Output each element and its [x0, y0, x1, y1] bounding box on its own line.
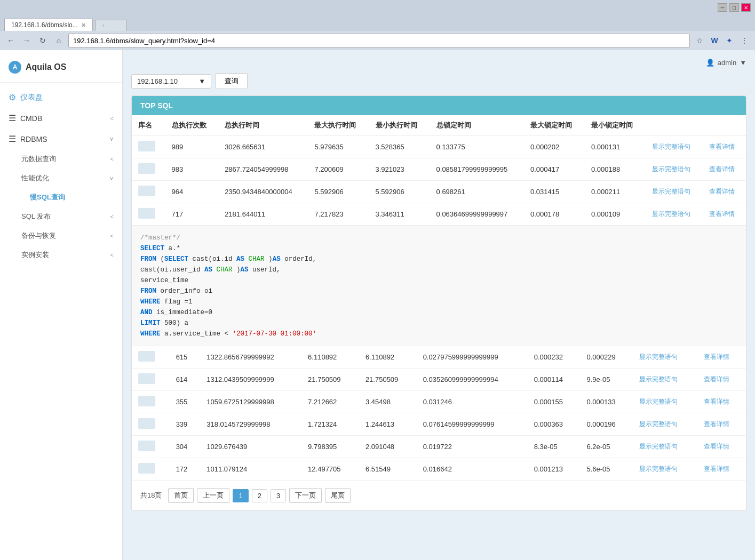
sidebar-item-meta-query[interactable]: 元数据查询 < [0, 149, 122, 169]
view-detail-btn[interactable]: 查看详情 [704, 353, 729, 361]
query-button[interactable]: 查询 [216, 73, 248, 89]
reload-btn[interactable]: ↻ [36, 34, 49, 47]
cell-lock-min: 0.000109 [585, 203, 646, 226]
view-detail-btn[interactable]: 查看详情 [709, 210, 735, 218]
table-row: 614 1312.0439509999999 21.750509 21.7505… [132, 369, 746, 391]
cell-show-full[interactable]: 显示完整语句 [646, 158, 703, 181]
cell-show-full[interactable]: 显示完整语句 [633, 458, 697, 481]
view-detail-btn[interactable]: 查看详情 [704, 375, 729, 383]
cell-max-time: 7.217823 [308, 203, 369, 226]
address-input[interactable] [68, 34, 690, 47]
show-full-btn[interactable]: 显示完整语句 [652, 188, 690, 195]
page-3-btn[interactable]: 3 [271, 489, 286, 502]
cell-show-full[interactable]: 显示完整语句 [633, 346, 697, 369]
cell-detail[interactable]: 查看详情 [697, 346, 746, 369]
cell-detail[interactable]: 查看详情 [697, 413, 746, 436]
cell-db [132, 413, 170, 436]
view-detail-btn[interactable]: 查看详情 [709, 143, 735, 150]
forward-btn[interactable]: → [20, 34, 33, 47]
first-page-btn[interactable]: 首页 [168, 488, 194, 503]
view-detail-btn[interactable]: 查看详情 [704, 443, 729, 450]
cell-show-full[interactable]: 显示完整语句 [633, 413, 697, 436]
table-row: 172 1011.079124 12.497705 6.51549 0.0166… [132, 458, 746, 481]
view-detail-btn[interactable]: 查看详情 [709, 165, 735, 173]
browser-tab[interactable]: 192.168.1.6/dbms/slo... ✕ [4, 19, 93, 31]
cell-detail[interactable]: 查看详情 [703, 181, 746, 203]
col-total-time: 总执行时间 [218, 115, 308, 136]
close-btn[interactable]: ✕ [741, 3, 751, 12]
db-badge [138, 463, 155, 474]
cell-lock-min: 0.000211 [585, 181, 646, 203]
sidebar-item-backup[interactable]: 备份与恢复 < [0, 226, 122, 245]
extension-icon-w[interactable]: W [708, 34, 721, 47]
browser-tab-2[interactable]: + [95, 20, 127, 31]
show-full-btn[interactable]: 显示完整语句 [639, 353, 678, 361]
cell-min-time: 6.51549 [359, 458, 417, 481]
translate-icon[interactable]: ✦ [723, 34, 736, 47]
cell-detail[interactable]: 查看详情 [697, 458, 746, 481]
back-btn[interactable]: ← [4, 34, 17, 47]
cell-show-full[interactable]: 显示完整语句 [633, 391, 697, 413]
menu-icon[interactable]: ⋮ [738, 34, 751, 47]
tab-close-icon[interactable]: ✕ [81, 22, 86, 29]
show-full-btn[interactable]: 显示完整语句 [652, 210, 690, 218]
cell-db [132, 369, 170, 391]
cell-detail[interactable]: 查看详情 [703, 203, 746, 226]
sidebar-item-sql-publish[interactable]: SQL 发布 < [0, 207, 122, 226]
show-full-btn[interactable]: 显示完整语句 [639, 375, 678, 383]
cell-show-full[interactable]: 显示完整语句 [646, 181, 703, 203]
ip-select[interactable]: 192.168.1.10 ▼ [131, 74, 211, 89]
cell-detail[interactable]: 查看详情 [703, 158, 746, 181]
show-full-btn[interactable]: 显示完整语句 [639, 465, 678, 473]
cell-show-full[interactable]: 显示完整语句 [633, 436, 697, 458]
bookmark-icon[interactable]: ☆ [693, 34, 706, 47]
cell-min-time: 5.592906 [369, 181, 430, 203]
sidebar-item-rdbms[interactable]: ☰ RDBMS ∨ [0, 129, 122, 149]
cell-db [132, 158, 165, 181]
cell-show-full[interactable]: 显示完整语句 [646, 136, 703, 158]
next-page-btn[interactable]: 下一页 [289, 488, 322, 503]
backup-chevron-icon: < [110, 233, 114, 239]
sidebar-item-slow-sql[interactable]: 慢SQL查询 [0, 188, 122, 207]
show-full-btn[interactable]: 显示完整语句 [652, 165, 690, 173]
cell-detail[interactable]: 查看详情 [697, 436, 746, 458]
cell-lock-total: 0.07614599999999999 [417, 413, 528, 436]
view-detail-btn[interactable]: 查看详情 [704, 465, 729, 473]
cell-detail[interactable]: 查看详情 [703, 136, 746, 158]
show-full-btn[interactable]: 显示完整语句 [639, 443, 678, 450]
maximize-btn[interactable]: □ [729, 3, 739, 12]
sidebar-item-install[interactable]: 实例安装 < [0, 245, 122, 265]
cell-db [132, 391, 170, 413]
view-detail-btn[interactable]: 查看详情 [709, 188, 735, 195]
view-detail-btn[interactable]: 查看详情 [704, 398, 729, 405]
sidebar-item-cmdb[interactable]: ☰ CMDB < [0, 108, 122, 129]
table-row: 615 1322.8656799999992 6.110892 6.110892… [132, 346, 746, 369]
view-detail-btn[interactable]: 查看详情 [704, 420, 729, 428]
main-content: 👤 admin ▼ 192.168.1.10 ▼ 查询 TOP SQL 库名 总… [123, 50, 755, 560]
cell-lock-min: 5.6e-05 [580, 458, 633, 481]
db-badge [138, 141, 155, 151]
admin-info[interactable]: 👤 admin ▼ [706, 59, 746, 67]
cell-detail[interactable]: 查看详情 [697, 369, 746, 391]
sidebar-item-dashboard[interactable]: ⚙ 仪表盘 [0, 87, 122, 108]
last-page-btn[interactable]: 尾页 [325, 488, 351, 503]
page-1-btn[interactable]: 1 [233, 489, 248, 502]
show-full-btn[interactable]: 显示完整语句 [639, 420, 678, 428]
show-full-btn[interactable]: 显示完整语句 [639, 398, 678, 405]
col-min-time: 最小执行时间 [369, 115, 430, 136]
cell-min-time: 3.346311 [369, 203, 430, 226]
cell-show-full[interactable]: 显示完整语句 [646, 203, 703, 226]
sql-publish-chevron-icon: < [110, 213, 114, 220]
sidebar-item-perf-opt[interactable]: 性能优化 ∨ [0, 169, 122, 188]
minimize-btn[interactable]: ─ [718, 3, 727, 12]
panel-header: TOP SQL [132, 96, 746, 115]
cell-lock-max: 8.3e-05 [528, 436, 581, 458]
cell-detail[interactable]: 查看详情 [697, 391, 746, 413]
show-full-btn[interactable]: 显示完整语句 [652, 143, 690, 150]
cell-lock-total: 0.031246 [417, 391, 528, 413]
cell-show-full[interactable]: 显示完整语句 [633, 369, 697, 391]
prev-page-btn[interactable]: 上一页 [197, 488, 229, 503]
cell-max-time: 5.979635 [308, 136, 369, 158]
page-2-btn[interactable]: 2 [252, 489, 267, 502]
home-btn[interactable]: ⌂ [52, 34, 65, 47]
